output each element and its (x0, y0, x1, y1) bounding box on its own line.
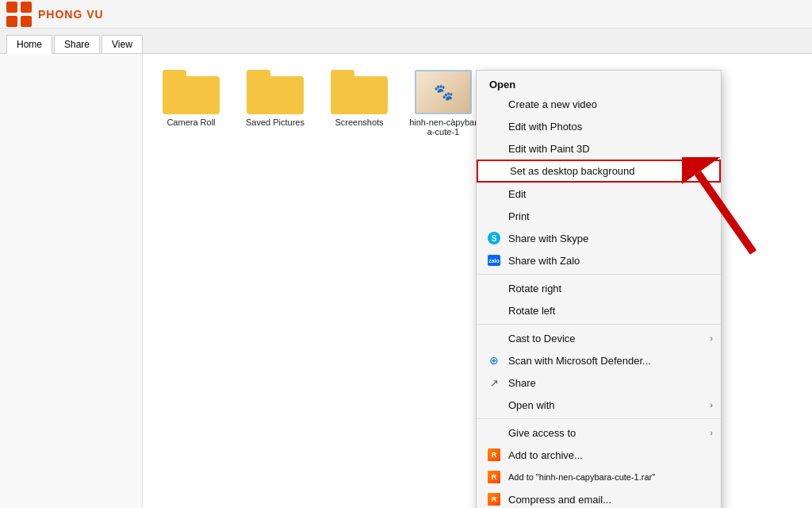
file-thumb: 🐾 (415, 70, 472, 114)
context-menu: Open Create a new video Edit with Photos… (476, 70, 722, 508)
cast-device-arrow-icon: › (710, 333, 713, 343)
menu-item-cast-device[interactable]: Cast to Device › (477, 327, 721, 349)
menu-item-add-rar-label: Add to "hinh-nen-capybara-cute-1.rar" (508, 472, 655, 482)
menu-item-set-desktop-bg-label: Set as desktop background (510, 165, 635, 177)
open-with-arrow-icon: › (710, 400, 713, 410)
logo-icon (6, 2, 32, 27)
folder-saved-pictures-label: Saved Pictures (246, 117, 304, 127)
menu-item-open-with[interactable]: Open with › (477, 394, 721, 416)
folder-camera-roll-label: Camera Roll (167, 117, 215, 127)
top-bar: PHONG VU (0, 0, 812, 29)
menu-item-edit-photos-label: Edit with Photos (508, 121, 582, 133)
menu-item-create-new-video[interactable]: Create a new video (477, 93, 721, 115)
file-area: Camera Roll Saved Pictures Screenshots 🐾… (143, 54, 812, 508)
menu-item-print[interactable]: Print (477, 205, 721, 227)
folder-screenshots-icon (331, 70, 388, 114)
winrar-icon-3: R (486, 491, 502, 507)
separator-1 (477, 274, 721, 275)
tab-share[interactable]: Share (54, 35, 100, 53)
share-icon: ↗ (486, 375, 502, 391)
menu-item-cast-device-label: Cast to Device (508, 333, 576, 344)
folder-saved-pictures-icon (247, 70, 304, 114)
menu-item-give-access-label: Give access to (508, 427, 576, 439)
menu-item-add-archive[interactable]: R Add to archive... (477, 444, 721, 466)
zalo-icon: zalo (486, 252, 502, 268)
menu-item-give-access[interactable]: Give access to › (477, 421, 721, 444)
svg-rect-1 (21, 2, 32, 13)
menu-item-share-zalo-label: Share with Zalo (508, 255, 580, 267)
menu-item-share-zalo[interactable]: zalo Share with Zalo (477, 249, 721, 271)
file-thumb-inner: 🐾 (416, 71, 470, 113)
folder-camera-roll-icon (163, 70, 220, 114)
menu-item-set-desktop-bg[interactable]: Set as desktop background (477, 160, 721, 183)
svg-rect-3 (21, 16, 32, 27)
file-label: hinh-nen-càpybara-cute-1 (408, 117, 479, 137)
svg-rect-0 (6, 2, 17, 13)
folder-camera-roll[interactable]: Camera Roll (155, 70, 227, 137)
separator-2 (477, 324, 721, 325)
menu-item-add-rar[interactable]: R Add to "hinh-nen-capybara-cute-1.rar" (477, 466, 721, 488)
defender-icon: ⊕ (486, 352, 502, 368)
logo-text: PHONG VU (38, 8, 104, 21)
menu-item-compress-email-label: Compress and email... (508, 494, 611, 506)
menu-item-scan-defender[interactable]: ⊕ Scan with Microsoft Defender... (477, 349, 721, 371)
folder-screenshots[interactable]: Screenshots (324, 70, 395, 137)
menu-item-rotate-right-label: Rotate right (508, 283, 561, 294)
menu-item-rotate-left-label: Rotate left (508, 305, 555, 317)
menu-item-rotate-right[interactable]: Rotate right (477, 277, 721, 299)
sidebar (0, 54, 143, 508)
menu-item-share-skype[interactable]: S Share with Skype (477, 227, 721, 249)
svg-rect-2 (6, 16, 17, 27)
menu-header-open: Open (477, 74, 721, 93)
file-capybara[interactable]: 🐾 hinh-nen-càpybara-cute-1 (408, 70, 479, 137)
menu-item-add-archive-label: Add to archive... (508, 449, 583, 461)
menu-item-open-with-label: Open with (508, 399, 555, 411)
skype-icon: S (486, 230, 502, 246)
give-access-arrow-icon: › (710, 428, 713, 437)
menu-item-edit-label: Edit (508, 188, 526, 200)
tab-home[interactable]: Home (6, 35, 52, 54)
logo-area: PHONG VU (6, 2, 104, 27)
menu-item-share-skype-label: Share with Skype (508, 233, 588, 244)
menu-item-edit-paint3d-label: Edit with Paint 3D (508, 143, 590, 155)
folder-saved-pictures[interactable]: Saved Pictures (239, 70, 311, 137)
tab-view[interactable]: View (102, 35, 143, 53)
menu-item-edit-photos[interactable]: Edit with Photos (477, 115, 721, 137)
menu-item-print-label: Print (508, 210, 530, 222)
menu-item-compress-email[interactable]: R Compress and email... (477, 488, 721, 508)
menu-item-create-new-video-label: Create a new video (508, 98, 597, 110)
menu-item-scan-defender-label: Scan with Microsoft Defender... (508, 355, 651, 367)
menu-item-share-label: Share (508, 377, 536, 389)
menu-item-rotate-left[interactable]: Rotate left (477, 299, 721, 321)
separator-3 (477, 418, 721, 419)
folder-screenshots-label: Screenshots (335, 117, 383, 127)
menu-item-edit[interactable]: Edit (477, 183, 721, 205)
menu-item-share[interactable]: ↗ Share (477, 371, 721, 394)
tab-nav: Home Share View (0, 29, 812, 54)
menu-item-edit-paint3d[interactable]: Edit with Paint 3D (477, 137, 721, 160)
winrar-icon-2: R (486, 469, 502, 485)
winrar-icon-1: R (486, 447, 502, 463)
main-content: Camera Roll Saved Pictures Screenshots 🐾… (0, 54, 812, 508)
